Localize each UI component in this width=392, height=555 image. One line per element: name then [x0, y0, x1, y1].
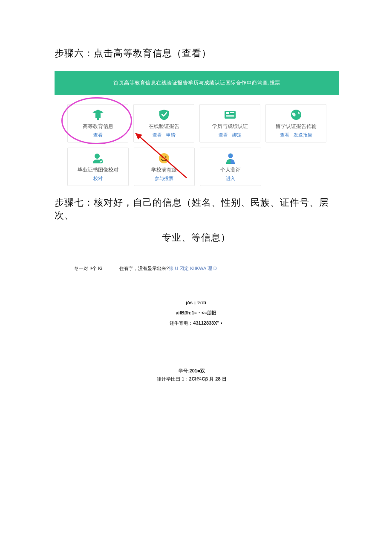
card-title: 学校满意度	[151, 166, 177, 174]
link-view[interactable]: 查看	[93, 132, 103, 138]
screenshot-panel: 首页高等教育信息在线验证报告学历与成绩认证国际合作申商沟查.投票	[55, 71, 339, 186]
info-line: ailBβh:1»・<»朋旧	[55, 308, 337, 318]
svg-rect-0	[95, 114, 101, 118]
svg-point-11	[161, 156, 163, 158]
nav-text: 首页高等教育信息在线验证报告学历与成绩认证国际合作申商沟查.投票	[113, 79, 280, 87]
svg-rect-6	[230, 112, 234, 113]
step6-heading: 步骤六：点击高等教育信息（查看）	[55, 47, 337, 60]
globe-icon	[290, 108, 302, 121]
card-title: 学历与成绩认证	[212, 123, 248, 130]
svg-point-8	[95, 154, 100, 159]
info-lower-stack: 学号:201■双 律计毕比曰 1：2Clf¾Cβ 月 28 日	[46, 367, 337, 384]
link-check[interactable]: 校对	[93, 175, 103, 182]
link-send[interactable]: 发送报告	[294, 132, 312, 138]
person-icon	[225, 152, 236, 165]
link-view[interactable]: 查看	[219, 132, 228, 138]
card-degree-cert[interactable]: 学历与成绩认证 查看 绑定	[199, 104, 260, 142]
link-bind[interactable]: 绑定	[232, 132, 242, 138]
card-row: 高等教育信息 查看 在线验证报告 查看	[67, 104, 326, 142]
info-details: 冬一对 I/个 Ki 住有字，没有显示出来?张 U 冈定 KIIKWA 理 D …	[55, 265, 337, 384]
info-center-stack: jδs：½τti ailBβh:1»・<»朋旧 还牛寄电：43112833X" …	[55, 297, 337, 328]
card-higher-edu-info[interactable]: 高等教育信息 查看	[67, 104, 128, 142]
link-vote[interactable]: 参与投票	[155, 175, 173, 182]
svg-rect-5	[226, 116, 234, 117]
info-top-row: 冬一对 I/个 Ki 住有字，没有显示出来?张 U 冈定 KIIKWA 理 D	[74, 265, 337, 272]
link-view[interactable]: 查看	[280, 132, 289, 138]
link-apply[interactable]: 申请	[166, 132, 176, 138]
top-nav-bar: 首页高等教育信息在线验证报告学历与成绩认证国际合作申商沟查.投票	[55, 71, 339, 95]
step7-heading-line2: 专业、等信息）	[55, 231, 337, 244]
step7-heading-line1: 步骤七：核对好，自己的信息（姓名、性别、民族、证件号、层次、	[55, 196, 337, 222]
svg-point-1	[97, 118, 99, 120]
svg-rect-4	[226, 115, 234, 116]
card-study-abroad[interactable]: 留学认证报告传输 查看 发送报告	[265, 104, 326, 142]
card-title: 在线验证报告	[149, 123, 179, 130]
shield-check-icon	[159, 108, 170, 121]
card-satisfaction[interactable]: 学校满意度 参与投票	[134, 148, 195, 186]
cards-grid: 高等教育信息 查看 在线验证报告 查看	[55, 95, 339, 186]
info-left-text: 冬一对 I/个 Ki	[74, 265, 102, 272]
card-title: 个人测评	[220, 166, 241, 174]
info-link-text[interactable]: 张 U 冈定 KIIKWA 理 D	[169, 266, 217, 271]
link-enter[interactable]: 进入	[226, 175, 235, 182]
card-title: 留学认证报告传输	[276, 123, 317, 130]
card-grad-image[interactable]: 毕业证书图像校对 校对	[67, 148, 129, 186]
card-personal-eval[interactable]: 个人测评 进入	[200, 148, 261, 186]
info-prompt: 住有字，没有显示出来?张 U 冈定 KIIKWA 理 D	[119, 265, 217, 272]
svg-point-9	[99, 159, 103, 163]
info-line: 律计毕比曰 1：2Clf¾Cβ 月 28 日	[149, 375, 234, 384]
grad-cap-icon	[92, 108, 104, 121]
svg-point-10	[159, 153, 169, 163]
card-row: 毕业证书图像校对 校对 学校满意度	[67, 148, 326, 186]
newspaper-icon	[224, 108, 236, 121]
info-line: 还牛寄电：43112833X" •	[55, 318, 337, 328]
card-title: 毕业证书图像校对	[78, 166, 118, 174]
svg-point-12	[165, 156, 167, 158]
link-view[interactable]: 查看	[153, 132, 162, 138]
smile-icon	[158, 152, 170, 165]
svg-rect-3	[226, 112, 229, 114]
card-online-verify[interactable]: 在线验证报告 查看 申请	[133, 104, 194, 142]
user-check-icon	[92, 152, 104, 165]
card-title: 高等教育信息	[83, 123, 113, 130]
info-line: jδs：½τti	[55, 297, 337, 308]
info-line: 学号:201■双	[46, 367, 337, 375]
